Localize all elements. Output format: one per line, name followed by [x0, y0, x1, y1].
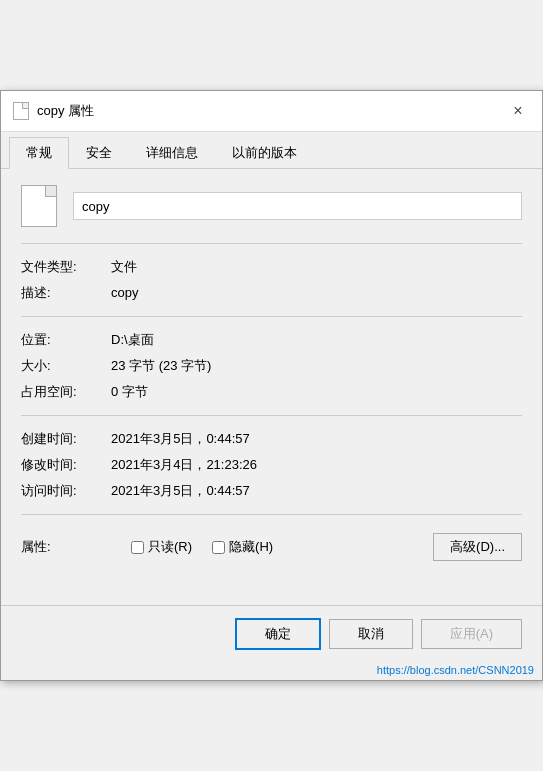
disk-size-row: 占用空间: 0 字节 [21, 379, 522, 405]
modified-label: 修改时间: [21, 456, 111, 474]
size-value: 23 字节 (23 字节) [111, 357, 211, 375]
tab-content: 文件类型: 文件 描述: copy 位置: D:\桌面 大小: 23 字节 (2… [1, 169, 542, 585]
created-row: 创建时间: 2021年3月5日，0:44:57 [21, 426, 522, 452]
attributes-row: 属性: 只读(R) 隐藏(H) 高级(D)... [21, 525, 522, 569]
title-file-icon [13, 102, 29, 120]
created-label: 创建时间: [21, 430, 111, 448]
description-row: 描述: copy [21, 280, 522, 306]
title-bar-left: copy 属性 [13, 102, 94, 120]
size-label: 大小: [21, 357, 111, 375]
hidden-label: 隐藏(H) [229, 538, 273, 556]
disk-size-label: 占用空间: [21, 383, 111, 401]
location-row: 位置: D:\桌面 [21, 327, 522, 353]
disk-size-value: 0 字节 [111, 383, 148, 401]
hidden-checkbox[interactable] [212, 541, 225, 554]
readonly-checkbox-label[interactable]: 只读(R) [131, 538, 192, 556]
file-type-row: 文件类型: 文件 [21, 254, 522, 280]
location-value: D:\桌面 [111, 331, 154, 349]
tabs-bar: 常规 安全 详细信息 以前的版本 [1, 136, 542, 169]
tab-details[interactable]: 详细信息 [129, 137, 215, 169]
divider-2 [21, 316, 522, 317]
location-label: 位置: [21, 331, 111, 349]
dialog-title: copy 属性 [37, 102, 94, 120]
description-label: 描述: [21, 284, 111, 302]
divider-1 [21, 243, 522, 244]
file-icon-large [21, 185, 57, 227]
divider-4 [21, 514, 522, 515]
description-value: copy [111, 285, 138, 300]
tab-previous-versions[interactable]: 以前的版本 [215, 137, 314, 169]
attributes-label: 属性: [21, 538, 111, 556]
file-type-value: 文件 [111, 258, 137, 276]
file-type-label: 文件类型: [21, 258, 111, 276]
cancel-button[interactable]: 取消 [329, 619, 413, 649]
watermark: https://blog.csdn.net/CSNN2019 [1, 662, 542, 680]
file-name-input[interactable] [73, 192, 522, 220]
created-value: 2021年3月5日，0:44:57 [111, 430, 250, 448]
footer-bar: 确定 取消 应用(A) [1, 605, 542, 662]
divider-3 [21, 415, 522, 416]
title-bar: copy 属性 × [1, 91, 542, 132]
tab-security[interactable]: 安全 [69, 137, 129, 169]
tab-general[interactable]: 常规 [9, 137, 69, 169]
modified-value: 2021年3月4日，21:23:26 [111, 456, 257, 474]
advanced-button[interactable]: 高级(D)... [433, 533, 522, 561]
readonly-checkbox[interactable] [131, 541, 144, 554]
properties-dialog: copy 属性 × 常规 安全 详细信息 以前的版本 文件类型: 文件 描述: … [0, 90, 543, 681]
close-button[interactable]: × [506, 99, 530, 123]
hidden-checkbox-label[interactable]: 隐藏(H) [212, 538, 273, 556]
accessed-row: 访问时间: 2021年3月5日，0:44:57 [21, 478, 522, 504]
accessed-label: 访问时间: [21, 482, 111, 500]
accessed-value: 2021年3月5日，0:44:57 [111, 482, 250, 500]
size-row: 大小: 23 字节 (23 字节) [21, 353, 522, 379]
readonly-label: 只读(R) [148, 538, 192, 556]
ok-button[interactable]: 确定 [235, 618, 321, 650]
apply-button[interactable]: 应用(A) [421, 619, 522, 649]
file-header [21, 185, 522, 227]
modified-row: 修改时间: 2021年3月4日，21:23:26 [21, 452, 522, 478]
